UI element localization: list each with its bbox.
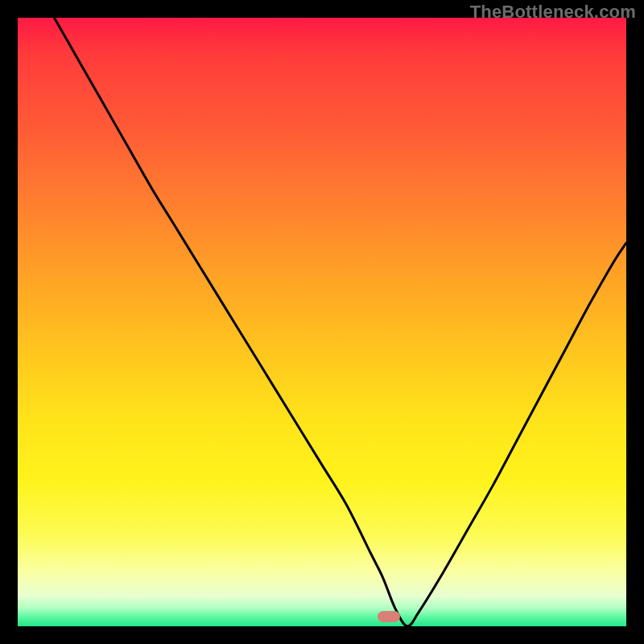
- bottleneck-curve: [18, 18, 626, 626]
- chart-frame: TheBottleneck.com: [0, 0, 644, 644]
- minimum-marker: [378, 611, 400, 622]
- curve-path: [54, 18, 626, 626]
- plot-area: [18, 18, 626, 626]
